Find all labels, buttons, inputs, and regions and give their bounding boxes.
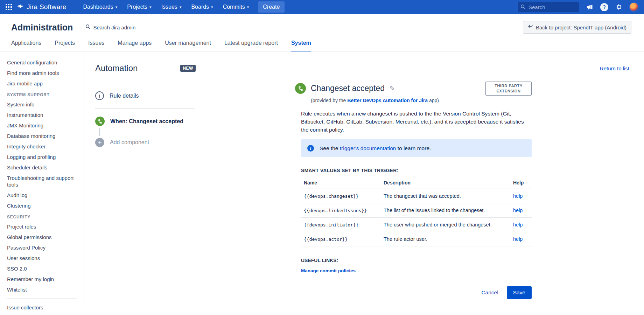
sidebar-item-logging-and-profiling[interactable]: Logging and profiling bbox=[7, 154, 79, 160]
admin-search[interactable]: Search Jira admin bbox=[85, 24, 135, 30]
table-row: {{devops.changeset}} The changeset that … bbox=[301, 189, 532, 203]
tab-system[interactable]: System bbox=[291, 40, 311, 51]
sidebar-item-remember-my-login[interactable]: Remember my login bbox=[7, 276, 79, 282]
gear-icon[interactable] bbox=[615, 3, 623, 11]
trigger-item-selected[interactable]: When: Changeset accepted bbox=[95, 117, 195, 126]
nav-issues[interactable]: Issues▾ bbox=[156, 4, 187, 10]
tab-user-management[interactable]: User management bbox=[165, 40, 211, 51]
jira-logo[interactable]: Jira Software bbox=[17, 3, 66, 12]
trigger-title: Changeset accepted bbox=[311, 84, 385, 93]
page-heading-row: Automation NEW Return to list bbox=[95, 63, 629, 73]
tab-applications[interactable]: Applications bbox=[11, 40, 41, 51]
primary-nav: Dashboards▾ Projects▾ Issues▾ Boards▾ Co… bbox=[78, 4, 254, 10]
app-switcher-icon[interactable] bbox=[6, 4, 12, 10]
smart-values-heading: SMART VALUES SET BY THIS TRIGGER: bbox=[301, 168, 532, 173]
info-banner-text: See the trigger's documentation to learn… bbox=[320, 145, 431, 152]
edit-title-icon[interactable]: ✎ bbox=[390, 85, 395, 92]
sidebar-item-jmx-monitoring[interactable]: JMX Monitoring bbox=[7, 122, 79, 129]
return-to-list-link[interactable]: Return to list bbox=[600, 65, 629, 71]
sidebar-item-instrumentation[interactable]: Instrumentation bbox=[7, 112, 79, 118]
smart-value-description: The user who pushed or merged the change… bbox=[381, 218, 510, 232]
navbar-search bbox=[518, 2, 579, 12]
sidebar-item-clustering[interactable]: Clustering bbox=[7, 202, 79, 209]
tab-projects[interactable]: Projects bbox=[55, 40, 75, 51]
add-component-item[interactable]: + Add component bbox=[95, 138, 195, 147]
sidebar-header-system-support: SYSTEM SUPPORT bbox=[7, 92, 79, 97]
tab-latest-upgrade-report[interactable]: Latest upgrade report bbox=[224, 40, 278, 51]
system-sidebar: General configuration Find more admin to… bbox=[0, 51, 84, 301]
save-button[interactable]: Save bbox=[507, 286, 532, 299]
sidebar-item-audit-log[interactable]: Audit log bbox=[7, 192, 79, 198]
sidebar-item-user-sessions[interactable]: User sessions bbox=[7, 255, 79, 261]
plus-icon: + bbox=[95, 138, 104, 147]
sidebar-header-security: SECURITY bbox=[7, 215, 79, 219]
search-input[interactable] bbox=[518, 2, 579, 12]
tab-manage-apps[interactable]: Manage apps bbox=[118, 40, 152, 51]
sidebar-item-find-more-admin-tools[interactable]: Find more admin tools bbox=[7, 70, 79, 76]
add-component-label: Add component bbox=[110, 139, 149, 146]
sidebar-item-system-info[interactable]: System info bbox=[7, 101, 79, 108]
sidebar-item-troubleshooting[interactable]: Troubleshooting and support tools bbox=[7, 175, 79, 188]
rule-details-icon: i bbox=[95, 91, 104, 100]
table-row: {{devops.actor}} The rule actor user. he… bbox=[301, 232, 532, 246]
chevron-down-icon: ▾ bbox=[115, 5, 118, 9]
help-icon[interactable]: ? bbox=[600, 3, 608, 11]
sidebar-item-password-policy[interactable]: Password Policy bbox=[7, 244, 79, 251]
sidebar-item-general-configuration[interactable]: General configuration bbox=[7, 59, 79, 66]
jira-diamond-icon bbox=[17, 3, 24, 12]
back-to-project-button[interactable]: Back to project: SpendIT app (Android) bbox=[523, 21, 631, 34]
table-header-row: Name Description Help bbox=[301, 177, 532, 189]
create-button[interactable]: Create bbox=[258, 1, 285, 13]
help-link[interactable]: help bbox=[513, 222, 523, 227]
rule-editor-row: i Rule details When: Changeset accepted … bbox=[95, 82, 629, 299]
sidebar-item-database-monitoring[interactable]: Database monitoring bbox=[7, 133, 79, 139]
smart-value-name: {{devops.actor}} bbox=[301, 232, 381, 246]
trigger-documentation-link[interactable]: trigger's documentation bbox=[340, 145, 396, 151]
smart-value-name: {{devops.initiator}} bbox=[301, 218, 381, 232]
sidebar-item-global-permissions[interactable]: Global permissions bbox=[7, 234, 79, 240]
admin-tabs: Applications Projects Issues Manage apps… bbox=[0, 36, 644, 51]
sidebar-item-sso[interactable]: SSO 2.0 bbox=[7, 265, 79, 272]
help-link[interactable]: help bbox=[513, 236, 523, 242]
smart-value-description: The changeset that was accepted. bbox=[381, 189, 510, 203]
application-window: Jira Software Dashboards▾ Projects▾ Issu… bbox=[0, 0, 644, 315]
help-link[interactable]: help bbox=[513, 193, 523, 199]
trigger-description: Rule executes when a new changeset is pu… bbox=[301, 110, 532, 134]
rule-details-item[interactable]: i Rule details bbox=[95, 91, 195, 100]
sidebar-item-integrity-checker[interactable]: Integrity checker bbox=[7, 143, 79, 150]
nav-projects[interactable]: Projects▾ bbox=[122, 4, 156, 10]
better-devops-link[interactable]: Better DevOps Automation for Jira bbox=[347, 98, 428, 103]
navbar-right: ? bbox=[518, 2, 638, 12]
help-link[interactable]: help bbox=[513, 208, 523, 213]
sidebar-item-whitelist[interactable]: Whitelist bbox=[7, 286, 79, 293]
nav-boards[interactable]: Boards▾ bbox=[186, 4, 218, 10]
chevron-down-icon: ▾ bbox=[247, 5, 249, 9]
chevron-down-icon: ▾ bbox=[180, 5, 182, 9]
detail-header: Changeset accepted ✎ THIRD PARTY EXTENSI… bbox=[295, 82, 532, 96]
sidebar-item-scheduler-details[interactable]: Scheduler details bbox=[7, 164, 79, 171]
user-avatar[interactable] bbox=[629, 2, 638, 12]
trigger-detail-panel: Changeset accepted ✎ THIRD PARTY EXTENSI… bbox=[295, 82, 532, 299]
rule-chain-column: i Rule details When: Changeset accepted … bbox=[95, 91, 195, 299]
manage-commit-policies-link[interactable]: Manage commit policies bbox=[301, 268, 356, 273]
sidebar-item-issue-collectors[interactable]: Issue collectors bbox=[7, 304, 79, 311]
form-actions: Cancel Save bbox=[295, 286, 532, 299]
top-navbar: Jira Software Dashboards▾ Projects▾ Issu… bbox=[0, 0, 644, 14]
cancel-button[interactable]: Cancel bbox=[481, 289, 498, 296]
third-party-extension-badge: THIRD PARTY EXTENSION bbox=[485, 82, 532, 96]
admin-title: Administration bbox=[11, 22, 73, 33]
sidebar-divider bbox=[7, 299, 77, 299]
sidebar-item-jira-mobile-app[interactable]: Jira mobile app bbox=[7, 80, 79, 87]
smart-value-description: The list of the issues linked to the cha… bbox=[381, 203, 510, 218]
smart-value-name: {{devops.linkedIssues}} bbox=[301, 203, 381, 218]
tab-issues[interactable]: Issues bbox=[88, 40, 104, 51]
page-title: Automation bbox=[95, 63, 138, 73]
table-row: {{devops.initiator}} The user who pushed… bbox=[301, 218, 532, 232]
rule-divider bbox=[95, 108, 195, 109]
content-layout: General configuration Find more admin to… bbox=[0, 51, 644, 301]
nav-commits[interactable]: Commits▾ bbox=[218, 4, 254, 10]
feedback-megaphone-icon[interactable] bbox=[586, 3, 594, 11]
nav-dashboards[interactable]: Dashboards▾ bbox=[78, 4, 122, 10]
sidebar-item-project-roles[interactable]: Project roles bbox=[7, 223, 79, 230]
new-badge: NEW bbox=[180, 65, 196, 72]
